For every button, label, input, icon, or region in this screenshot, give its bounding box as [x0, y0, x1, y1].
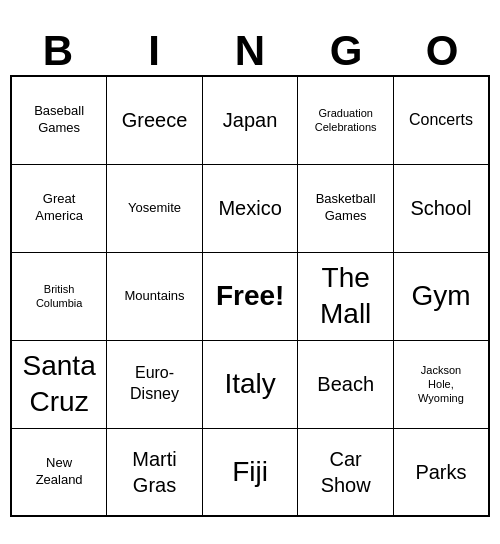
header-letter: B — [10, 27, 106, 75]
bingo-cell: Mountains — [107, 252, 203, 340]
bingo-cell: Yosemite — [107, 164, 203, 252]
bingo-cell: Beach — [298, 340, 394, 428]
bingo-cell: Gym — [393, 252, 489, 340]
bingo-cell: Parks — [393, 428, 489, 516]
bingo-cell: Euro- Disney — [107, 340, 203, 428]
header-letter: I — [106, 27, 202, 75]
bingo-cell: The Mall — [298, 252, 394, 340]
bingo-cell: Graduation Celebrations — [298, 76, 394, 164]
bingo-cell: Marti Gras — [107, 428, 203, 516]
bingo-cell: Jackson Hole, Wyoming — [393, 340, 489, 428]
bingo-cell: Mexico — [202, 164, 298, 252]
bingo-cell: School — [393, 164, 489, 252]
bingo-cell: New Zealand — [11, 428, 107, 516]
bingo-cell: Car Show — [298, 428, 394, 516]
header-letter: N — [202, 27, 298, 75]
header-letter: O — [394, 27, 490, 75]
bingo-cell: Great America — [11, 164, 107, 252]
bingo-cell: Concerts — [393, 76, 489, 164]
header-letter: G — [298, 27, 394, 75]
bingo-cell: Fiji — [202, 428, 298, 516]
bingo-cell: British Columbia — [11, 252, 107, 340]
bingo-cell: Italy — [202, 340, 298, 428]
bingo-header: BINGO — [10, 27, 490, 75]
bingo-cell: Basketball Games — [298, 164, 394, 252]
bingo-cell: Free! — [202, 252, 298, 340]
bingo-cell: Greece — [107, 76, 203, 164]
bingo-cell: Baseball Games — [11, 76, 107, 164]
bingo-cell: Santa Cruz — [11, 340, 107, 428]
bingo-cell: Japan — [202, 76, 298, 164]
bingo-grid: Baseball GamesGreeceJapanGraduation Cele… — [10, 75, 490, 517]
